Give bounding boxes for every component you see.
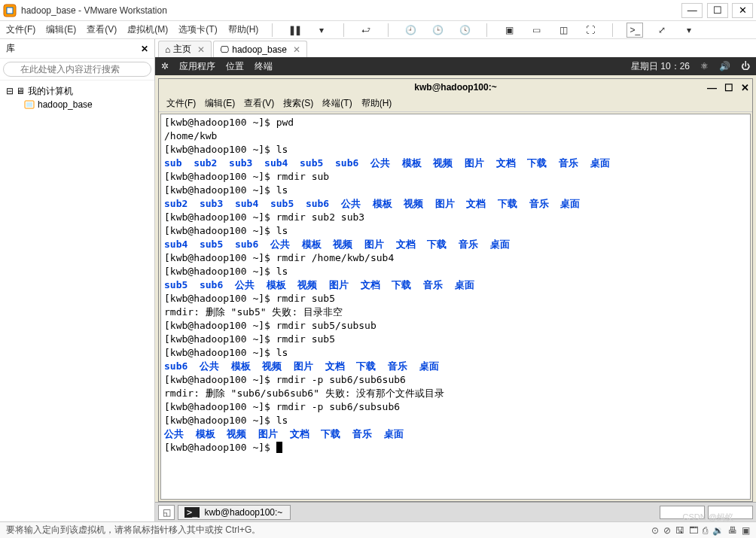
window-title: hadoop_base - VMware Workstation bbox=[21, 5, 680, 16]
tabs-row: ⌂ 主页✕ 🖵 hadoop_base✕ bbox=[155, 39, 756, 57]
term-menu-help[interactable]: 帮助(H) bbox=[361, 97, 392, 110]
minimize-button[interactable]: — bbox=[681, 3, 703, 18]
status-icons: ⊙ ⊘ 🖫 🗔 ⎙ 🔉 🖶 ▣ bbox=[651, 525, 750, 536]
send-icon[interactable]: ⮐ bbox=[358, 23, 374, 38]
menu-view[interactable]: 查看(V) bbox=[87, 23, 117, 36]
snapshot-revert-icon[interactable]: 🕒 bbox=[429, 23, 446, 38]
tree-item-hadoop[interactable]: hadoop_base bbox=[24, 99, 151, 110]
power-icon[interactable]: ⏻ bbox=[741, 61, 750, 71]
terminal-window: kwb@hadoop100:~ — ☐ ✕ 文件(F) 编辑(E) 查看(V) … bbox=[158, 78, 753, 502]
device-network-icon[interactable]: 🗔 bbox=[689, 525, 698, 536]
guest-clock: 星期日 10：26 bbox=[631, 60, 690, 73]
titlebar: hadoop_base - VMware Workstation — ☐ ✕ bbox=[0, 0, 756, 21]
network-icon[interactable]: ⚛ bbox=[700, 61, 709, 71]
guest-menu-apps[interactable]: 应用程序 bbox=[179, 60, 215, 73]
device-usb-icon[interactable]: ⎙ bbox=[703, 525, 708, 536]
dropdown-icon[interactable]: ▾ bbox=[313, 23, 330, 38]
view-fullscreen-icon[interactable]: ⛶ bbox=[582, 23, 599, 38]
snapshot-manager-icon[interactable]: 🕓 bbox=[456, 23, 473, 38]
view-console-icon[interactable]: ▭ bbox=[528, 23, 544, 38]
inner-close-icon[interactable]: ✕ bbox=[741, 82, 749, 93]
statusbar: 要将输入定向到该虚拟机，请将鼠标指针移入其中或按 Ctrl+G。 ⊙ ⊘ 🖫 🗔… bbox=[0, 521, 756, 538]
guest-topbar: ✲ 应用程序 位置 终端 星期日 10：26 ⚛ 🔊 ⏻ bbox=[155, 57, 756, 75]
inner-minimize-icon[interactable]: — bbox=[707, 82, 717, 93]
stretch-icon[interactable]: ⤢ bbox=[654, 23, 670, 38]
sidebar-close-icon[interactable]: ✕ bbox=[141, 44, 148, 54]
svg-rect-1 bbox=[7, 8, 13, 14]
app-icon bbox=[3, 4, 17, 17]
guest-menu-terminal[interactable]: 终端 bbox=[255, 60, 273, 73]
guest-menu-places[interactable]: 位置 bbox=[226, 60, 244, 73]
inner-maximize-icon[interactable]: ☐ bbox=[724, 82, 733, 93]
menu-tabs[interactable]: 选项卡(T) bbox=[178, 23, 217, 36]
term-menu-search[interactable]: 搜索(S) bbox=[283, 97, 313, 110]
sidebar-title: 库 bbox=[6, 42, 15, 55]
content-area: ⌂ 主页✕ 🖵 hadoop_base✕ ✲ 应用程序 位置 终端 星期日 10… bbox=[155, 39, 756, 521]
terminal-menubar: 文件(F) 编辑(E) 查看(V) 搜索(S) 终端(T) 帮助(H) bbox=[159, 96, 752, 112]
device-printer-icon[interactable]: 🖶 bbox=[728, 525, 737, 536]
terminal-titlebar: kwb@hadoop100:~ — ☐ ✕ bbox=[159, 79, 752, 96]
menu-help[interactable]: 帮助(H) bbox=[228, 23, 259, 36]
watermark: CSDN @蚂蚁 bbox=[683, 512, 733, 523]
console-icon[interactable]: >_ bbox=[626, 23, 643, 38]
close-button[interactable]: ✕ bbox=[732, 3, 753, 18]
tree-root[interactable]: ⊟ 🖥 我的计算机 bbox=[3, 84, 151, 99]
taskbar-task[interactable]: >_ kwb@hadoop100:~ bbox=[178, 505, 291, 520]
menu-vm[interactable]: 虚拟机(M) bbox=[127, 23, 168, 36]
view-single-icon[interactable]: ▣ bbox=[501, 23, 517, 38]
status-text: 要将输入定向到该虚拟机，请将鼠标指针移入其中或按 Ctrl+G。 bbox=[6, 524, 261, 536]
terminal-output[interactable]: [kwb@hadoop100 ~]$ pwd/home/kwb[kwb@hado… bbox=[160, 114, 751, 500]
sidebar: 库 ✕ ⊟ 🖥 我的计算机 hadoop_base bbox=[0, 39, 155, 521]
terminal-icon: >_ bbox=[184, 507, 200, 518]
pause-icon[interactable]: ❚❚ bbox=[286, 23, 303, 38]
device-sound-icon[interactable]: 🔉 bbox=[712, 525, 724, 536]
close-icon[interactable]: ✕ bbox=[197, 44, 205, 55]
volume-icon[interactable]: 🔊 bbox=[719, 61, 730, 71]
view-unity-icon[interactable]: ◫ bbox=[555, 23, 572, 38]
menubar: 文件(F) 编辑(E) 查看(V) 虚拟机(M) 选项卡(T) 帮助(H) ❚❚… bbox=[0, 21, 756, 39]
close-icon[interactable]: ✕ bbox=[293, 44, 300, 55]
guest-taskbar: ◱ >_ kwb@hadoop100:~ bbox=[155, 502, 756, 521]
tab-vm[interactable]: 🖵 hadoop_base✕ bbox=[213, 41, 307, 57]
menu-edit[interactable]: 编辑(E) bbox=[46, 23, 76, 36]
device-floppy-icon[interactable]: 🖫 bbox=[675, 525, 684, 536]
snapshot-icon[interactable]: 🕘 bbox=[402, 23, 419, 38]
svg-rect-3 bbox=[26, 102, 32, 107]
term-menu-view[interactable]: 查看(V) bbox=[244, 97, 274, 110]
show-desktop-icon[interactable]: ◱ bbox=[158, 505, 175, 520]
activities-icon[interactable]: ✲ bbox=[161, 61, 169, 71]
dropdown2-icon[interactable]: ▾ bbox=[681, 23, 697, 38]
tab-home[interactable]: ⌂ 主页✕ bbox=[158, 41, 212, 57]
device-display-icon[interactable]: ▣ bbox=[742, 525, 750, 536]
maximize-button[interactable]: ☐ bbox=[707, 3, 728, 18]
term-menu-terminal[interactable]: 终端(T) bbox=[322, 97, 352, 110]
term-menu-file[interactable]: 文件(F) bbox=[166, 97, 196, 110]
term-menu-edit[interactable]: 编辑(E) bbox=[205, 97, 235, 110]
menu-file[interactable]: 文件(F) bbox=[6, 23, 35, 36]
device-disk-icon[interactable]: ⊙ bbox=[651, 525, 659, 536]
device-cd-icon[interactable]: ⊘ bbox=[663, 525, 671, 536]
search-input[interactable] bbox=[3, 62, 151, 77]
window-controls: — ☐ ✕ bbox=[680, 3, 753, 18]
library-tree: ⊟ 🖥 我的计算机 hadoop_base bbox=[0, 81, 154, 113]
